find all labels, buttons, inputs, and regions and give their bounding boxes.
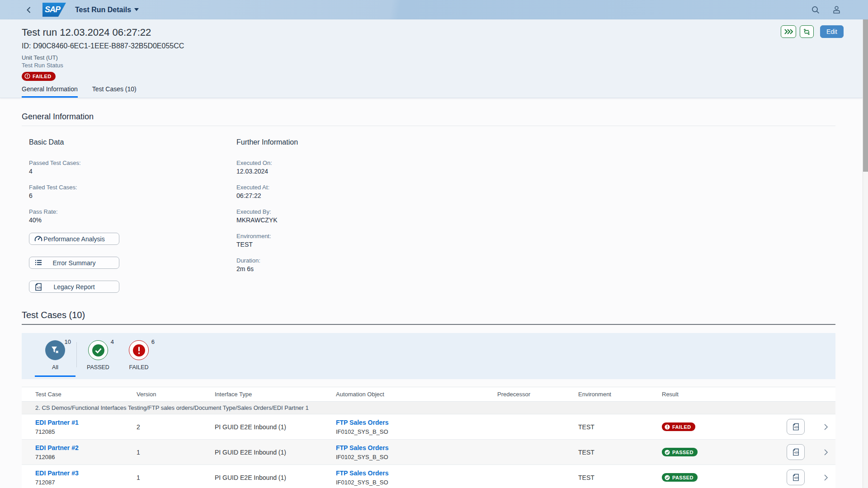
speedometer-icon — [34, 235, 42, 243]
automation-object-id: IF0102_SYS_B_SO — [336, 454, 496, 460]
test-run-status-badge: FAILED — [22, 72, 56, 81]
passed-test-cases-field: Passed Test Cases: 4 — [29, 160, 236, 175]
table-row[interactable]: EDI Partner #3 712087 1 PI GUID E2E Inbo… — [22, 465, 835, 488]
svg-text:</>: </> — [794, 426, 798, 429]
row-legacy-report-button[interactable]: </> — [787, 419, 805, 435]
svg-text:</>: </> — [794, 476, 798, 480]
document-code-icon: </> — [34, 283, 42, 291]
status-badge-text: FAILED — [33, 74, 52, 79]
document-code-icon: </> — [792, 474, 800, 481]
passed-circle-icon — [88, 340, 108, 360]
legacy-report-button[interactable]: </> Legacy Report — [29, 281, 119, 293]
row-legacy-report-button[interactable]: </> — [787, 444, 805, 460]
test-case-id: 712085 — [35, 428, 136, 435]
basic-data-group: Basic Data Passed Test Cases: 4 Failed T… — [29, 126, 236, 293]
executed-on-field: Executed On: 12.03.2024 — [236, 160, 835, 175]
result-badge-text: PASSED — [672, 450, 693, 455]
document-code-icon: </> — [792, 448, 800, 456]
result-badge-text: FAILED — [672, 424, 691, 430]
app-title-label: Test Run Details — [75, 6, 131, 14]
test-case-id: 712086 — [35, 454, 136, 460]
pass-rate-field: Pass Rate: 40% — [29, 208, 236, 224]
automation-object-link[interactable]: FTP Sales Orders — [336, 469, 496, 477]
vertical-scrollbar[interactable] — [863, 19, 868, 488]
table-group-header: 2. CS Demos/Functional Interfaces Testin… — [22, 402, 835, 414]
basic-data-heading: Basic Data — [29, 138, 236, 146]
filter-failed[interactable]: 6 FAILED — [118, 333, 159, 379]
executed-at-field: Executed At: 06:27:22 — [236, 184, 835, 199]
sap-logo-text: SAP — [45, 5, 60, 14]
user-profile-button[interactable] — [832, 5, 841, 14]
interface-type-cell: PI GUID E2E Inbound (1) — [214, 423, 335, 431]
executed-by-field: Executed By: MKRAWCZYK — [236, 208, 835, 224]
edit-button[interactable]: Edit — [820, 25, 844, 38]
version-cell: 1 — [136, 449, 214, 456]
bulleted-list-icon — [34, 259, 42, 267]
filter-all[interactable]: 10 All — [35, 333, 75, 379]
interface-type-cell: PI GUID E2E Inbound (1) — [214, 449, 335, 456]
performance-analysis-button[interactable]: Performance Analysis — [29, 233, 119, 245]
chevron-right-icon[interactable] — [824, 474, 828, 481]
environment-field: Environment: TEST — [236, 233, 835, 248]
exclamation-circle-icon — [24, 73, 30, 80]
refresh-button[interactable] — [800, 25, 814, 38]
svg-text:</>: </> — [37, 286, 42, 290]
test-type-label: Unit Test (UT) — [22, 54, 863, 61]
app-title-menu[interactable]: Test Run Details — [75, 6, 139, 14]
scrollbar-thumb[interactable] — [863, 19, 868, 172]
filter-funnel-icon — [45, 340, 65, 360]
environment-cell: TEST — [577, 423, 661, 431]
chevron-right-icon[interactable] — [824, 423, 828, 431]
icon-tab-filter-bar: 10 All 4 PASSED — [22, 333, 835, 379]
exclamation-circle-icon — [665, 424, 670, 430]
test-case-link[interactable]: EDI Partner #2 — [35, 444, 136, 451]
error-summary-button[interactable]: Error Summary — [29, 257, 119, 269]
status-caption: Test Run Status — [22, 62, 863, 69]
caret-down-icon — [134, 8, 139, 11]
test-case-link[interactable]: EDI Partner #3 — [35, 469, 136, 477]
environment-cell: TEST — [577, 449, 661, 456]
test-cases-divider — [22, 324, 835, 325]
interface-type-cell: PI GUID E2E Inbound (1) — [214, 474, 335, 481]
version-cell: 1 — [136, 474, 214, 481]
row-legacy-report-button[interactable]: </> — [787, 469, 805, 485]
chevron-right-icon[interactable] — [824, 449, 828, 456]
further-information-heading: Further Information — [236, 138, 835, 146]
document-code-icon: </> — [792, 423, 800, 431]
tab-general-information[interactable]: General Information — [22, 80, 78, 98]
test-case-id: 712087 — [35, 479, 136, 486]
back-button[interactable] — [25, 6, 33, 14]
back-chevron-icon — [25, 6, 33, 14]
svg-text:</>: </> — [794, 451, 798, 455]
result-badge-text: PASSED — [672, 475, 693, 480]
table-row[interactable]: EDI Partner #2 712086 1 PI GUID E2E Inbo… — [22, 440, 835, 465]
filter-separator — [76, 342, 77, 367]
test-case-link[interactable]: EDI Partner #1 — [35, 419, 136, 426]
result-badge: FAILED — [662, 422, 695, 431]
automation-object-link[interactable]: FTP Sales Orders — [336, 444, 496, 451]
filter-passed[interactable]: 4 PASSED — [78, 333, 118, 379]
test-cases-heading: Test Cases (10) — [22, 310, 835, 320]
automation-object-link[interactable]: FTP Sales Orders — [336, 419, 496, 426]
page-title: Test run 12.03.2024 06:27:22 — [22, 19, 863, 38]
general-information-heading: General Information — [22, 112, 835, 122]
failed-test-cases-field: Failed Test Cases: 6 — [29, 184, 236, 199]
table-row[interactable]: EDI Partner #1 712085 2 PI GUID E2E Inbo… — [22, 414, 835, 440]
failed-circle-icon — [129, 340, 149, 360]
result-badge: PASSED — [662, 473, 698, 482]
refresh-icon — [803, 28, 811, 35]
search-button[interactable] — [811, 6, 820, 14]
person-icon — [832, 5, 841, 14]
further-information-group: Further Information Executed On: 12.03.2… — [236, 126, 835, 293]
tab-test-cases[interactable]: Test Cases (10) — [92, 80, 137, 98]
environment-cell: TEST — [577, 474, 661, 481]
expand-actions-button[interactable] — [781, 25, 796, 38]
duration-field: Duration: 2m 6s — [236, 257, 835, 272]
sap-logo[interactable]: SAP — [42, 3, 66, 17]
triple-chevron-right-icon — [784, 28, 793, 35]
automation-object-id: IF0102_SYS_B_SO — [336, 428, 496, 435]
shell-bar: SAP Test Run Details — [0, 0, 868, 19]
search-icon — [811, 6, 820, 14]
check-circle-icon — [665, 450, 670, 455]
result-badge: PASSED — [662, 448, 698, 456]
